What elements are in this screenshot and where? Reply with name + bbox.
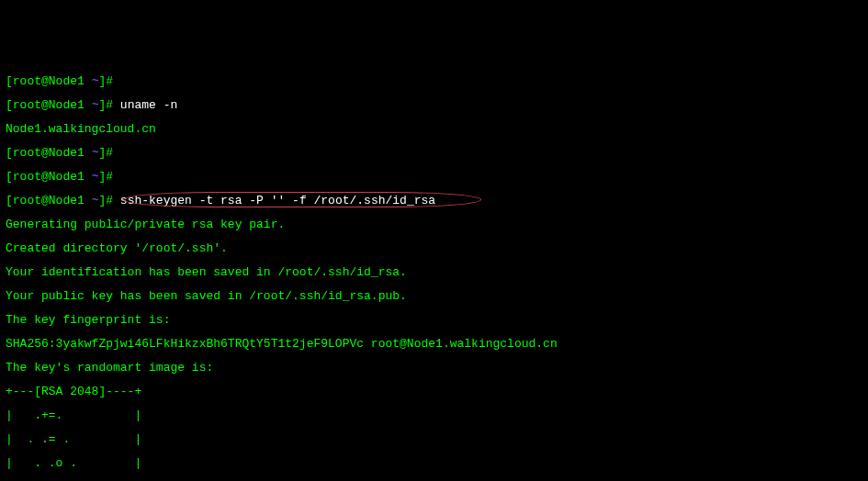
prompt-user: [root@Node1 (6, 98, 85, 112)
prompt-user: [root@Node1 (6, 146, 85, 160)
term-line: [root@Node1 ~]# (6, 147, 862, 159)
cmd-keygen: ssh-keygen -t rsa -P '' -f /root/.ssh/id… (120, 194, 435, 207)
art-line: | . .= . | (6, 433, 862, 445)
prompt-user: [root@Node1 (6, 194, 85, 207)
keygen-l6: SHA256:3yakwfZpjwi46LFkHikzxBh6TRQtY5T1t… (6, 338, 862, 350)
keygen-l1: Generating public/private rsa key pair. (6, 218, 862, 230)
art-line: | . .o . | (6, 457, 862, 469)
term-line: [root@Node1 ~]# ssh-keygen -t rsa -P '' … (6, 195, 862, 207)
keygen-l3: Your identification has been saved in /r… (6, 266, 862, 278)
term-line: [root@Node1 ~]# (6, 75, 862, 87)
keygen-l4: Your public key has been saved in /root/… (6, 290, 862, 302)
prompt-tilde: ~ (85, 170, 99, 184)
prompt-user: [root@Node1 (6, 74, 85, 88)
cmd-uname: uname -n (120, 98, 177, 112)
art-line: +---[RSA 2048]----+ (6, 386, 862, 397)
out-hostname: Node1.walkingcloud.cn (6, 123, 862, 135)
prompt-hash: ]# (98, 170, 119, 184)
prompt-hash: ]# (98, 98, 119, 112)
prompt-user: [root@Node1 (6, 170, 85, 184)
art-line: | .+=. | (6, 409, 862, 421)
keygen-l5: The key fingerprint is: (6, 314, 862, 326)
prompt-hash: ]# (98, 74, 119, 88)
prompt-hash: ]# (98, 194, 119, 207)
term-line: [root@Node1 ~]# (6, 171, 862, 183)
term-line: [root@Node1 ~]# uname -n (6, 99, 862, 111)
keygen-l7: The key's randomart image is: (6, 362, 862, 374)
prompt-tilde: ~ (85, 146, 99, 160)
prompt-tilde: ~ (85, 74, 99, 88)
terminal: [root@Node1 ~]# [root@Node1 ~]# uname -n… (6, 51, 862, 481)
prompt-hash: ]# (98, 146, 119, 160)
prompt-tilde: ~ (85, 98, 99, 112)
keygen-l2: Created directory '/root/.ssh'. (6, 242, 862, 254)
prompt-tilde: ~ (85, 194, 99, 207)
